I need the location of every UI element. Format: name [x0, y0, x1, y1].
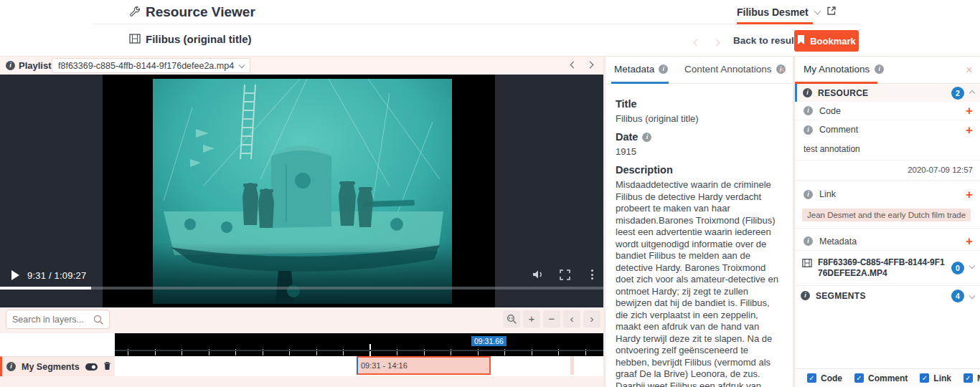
date-info-icon[interactable]: [642, 133, 651, 142]
result-pager: [694, 40, 719, 45]
timeline: 09:31.66 My Segments + 09:31 - 14:16 ›: [0, 331, 603, 387]
resource-section-header[interactable]: RESOURCE 2: [795, 84, 980, 102]
link-row: Link +: [795, 185, 980, 204]
resource-info-icon[interactable]: [803, 88, 812, 97]
playlist-file-select[interactable]: f8f63369-c885-4ffb-8144-9f176defee2a.mp4: [52, 58, 250, 73]
my-annotations-info-icon[interactable]: [875, 64, 884, 74]
metadata-tab-info-icon[interactable]: [659, 64, 668, 74]
external-link-icon[interactable]: [826, 6, 837, 19]
play-button[interactable]: [11, 270, 19, 280]
timeline-ruler[interactable]: 09:31.66: [115, 333, 603, 356]
resource-section-label: RESOURCE: [818, 88, 946, 98]
playlist-nav: [571, 62, 593, 67]
kebab-menu-icon[interactable]: [588, 269, 596, 280]
file-section-header[interactable]: F8F63369-C885-4FFB-8144-9F176DEFEE2A.MP4…: [795, 251, 980, 286]
segments-toggle-icon[interactable]: [85, 360, 98, 373]
bookmark-button[interactable]: Bookmark: [794, 30, 859, 52]
film-icon: [129, 33, 141, 47]
metadata-checkbox[interactable]: [963, 373, 973, 383]
timeline-prev-button[interactable]: ‹: [563, 310, 580, 328]
file-section-label: F8F63369-C885-4FFB-8144-9F176DEFEE2A.MP4: [818, 257, 946, 279]
segments-info-icon[interactable]: [6, 362, 16, 371]
my-segments-header: My Segments +: [0, 356, 115, 376]
comment-info-icon[interactable]: [804, 125, 813, 135]
track-baseline: [115, 350, 603, 351]
add-code-button[interactable]: +: [966, 105, 973, 117]
comment-annotation-date: 2020-07-09 12:57: [795, 160, 980, 181]
segments-section-header[interactable]: SEGMENTS 4: [795, 286, 980, 305]
chevron-down-icon: [239, 62, 245, 67]
metadata-content: Title Filibus (original title) Date 1915…: [606, 84, 793, 387]
filter-metadata[interactable]: Metadata: [963, 373, 980, 383]
collapse-resource-icon[interactable]: [969, 90, 975, 95]
add-metadata-button[interactable]: +: [966, 235, 973, 247]
next-result-icon[interactable]: [713, 39, 720, 47]
my-annotations-underline: [795, 82, 877, 84]
zoom-fit-button[interactable]: [503, 310, 520, 328]
playlist-bar: Playlist f8f63369-c885-4ffb-8144-9f176de…: [0, 57, 603, 75]
segment-block[interactable]: 09:31 - 14:16 ›: [357, 356, 491, 375]
wrench-icon: [128, 6, 141, 21]
link-label: Link: [819, 189, 959, 199]
code-info-icon[interactable]: [804, 106, 813, 115]
time-display: 9:31 / 1:09:27: [27, 270, 86, 281]
add-link-button[interactable]: +: [966, 188, 973, 201]
progress-bar[interactable]: [0, 287, 603, 290]
playlist-info-icon[interactable]: [6, 61, 15, 70]
segment-resize-handle[interactable]: ›: [485, 360, 488, 376]
close-metadata-panel-icon[interactable]: ×: [778, 64, 786, 76]
comment-label: Comment: [819, 125, 959, 135]
playlist-label: Playlist: [19, 60, 52, 71]
zoom-in-button[interactable]: +: [523, 310, 540, 328]
filter-comment-label: Comment: [868, 373, 908, 383]
link-info-icon[interactable]: [804, 190, 813, 199]
playlist-prev-icon[interactable]: [570, 62, 578, 69]
playhead-time-label: 09:31.66: [471, 336, 507, 346]
top-header: Resource Viewer Filibus Desmet: [0, 0, 980, 24]
filter-code[interactable]: Code: [807, 373, 842, 383]
resource-switcher[interactable]: Filibus Desmet: [737, 6, 837, 19]
timeline-next-button[interactable]: ›: [583, 310, 600, 328]
prev-result-icon[interactable]: [694, 39, 701, 47]
video-player[interactable]: 9:31 / 1:09:27: [0, 75, 603, 307]
playlist-file-name: f8f63369-c885-4ffb-8144-9f176defee2a.mp4: [58, 61, 234, 71]
back-to-results-link[interactable]: Back to results: [733, 35, 803, 46]
segments-section-label: SEGMENTS: [816, 291, 946, 301]
fullscreen-icon[interactable]: [560, 269, 570, 283]
field-label-date: Date: [616, 131, 781, 143]
file-count-badge: 0: [951, 262, 964, 274]
volume-icon[interactable]: [532, 269, 545, 283]
tab-metadata[interactable]: Metadata: [614, 64, 668, 75]
progress-fill: [0, 287, 91, 290]
tab-content-annotations[interactable]: Content Annotations: [684, 64, 786, 75]
expand-segments-icon[interactable]: [969, 292, 975, 298]
my-annotations-header: My Annotations ×: [795, 57, 980, 84]
playlist-next-icon[interactable]: [587, 62, 594, 69]
field-label-title: Title: [616, 98, 781, 110]
link-annotation-tag[interactable]: Jean Desmet and the early Dutch film tra…: [802, 209, 971, 221]
close-annotations-panel-icon[interactable]: ×: [966, 64, 973, 76]
my-segments-label: My Segments: [22, 362, 80, 372]
ruler-corner: [0, 333, 115, 356]
link-checkbox[interactable]: [920, 373, 929, 383]
resource-switcher-label: Filibus Desmet: [737, 6, 809, 18]
filter-metadata-label: Metadata: [977, 373, 980, 383]
layer-search-box: [6, 310, 110, 329]
search-input[interactable]: [12, 311, 91, 328]
segments-section-info-icon[interactable]: [801, 291, 810, 300]
filter-comment[interactable]: Comment: [854, 373, 908, 383]
metadata-info-icon[interactable]: [804, 236, 813, 246]
filter-link[interactable]: Link: [920, 373, 951, 383]
resource-title: Filibus (original title): [146, 33, 252, 45]
expand-file-icon[interactable]: [969, 263, 975, 269]
comment-checkbox[interactable]: [854, 373, 864, 383]
code-checkbox[interactable]: [807, 373, 816, 383]
segment-label: 09:31 - 14:16: [361, 361, 407, 370]
trash-icon[interactable]: [103, 360, 111, 373]
bookmark-icon: [797, 35, 805, 47]
link-tag-container: Jean Desmet and the early Dutch film tra…: [795, 204, 980, 229]
segments-track[interactable]: 09:31 - 14:16 ›: [115, 356, 603, 376]
zoom-out-button[interactable]: −: [543, 310, 560, 328]
add-comment-button[interactable]: +: [966, 124, 973, 136]
zoom-fit-icon: [507, 314, 517, 325]
